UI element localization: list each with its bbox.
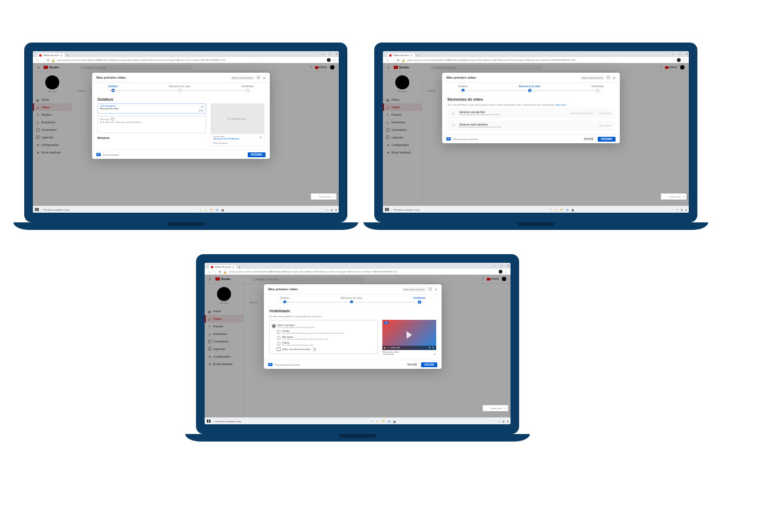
browser-tab[interactable]: Vídeos do canal ✕ xyxy=(37,53,65,57)
tray-volume-icon[interactable]: 🔈 xyxy=(331,208,333,211)
step-details[interactable]: Detalhes xyxy=(280,297,290,304)
window-maximize[interactable]: ▢ xyxy=(500,264,503,267)
mail-icon[interactable]: ✉ xyxy=(216,208,219,212)
cortana-icon[interactable]: ○ xyxy=(549,208,551,211)
help-icon[interactable]: ? xyxy=(313,348,316,351)
window-close[interactable]: ✕ xyxy=(335,53,338,55)
back-icon[interactable]: ← xyxy=(386,59,389,62)
url-text[interactable]: studio.youtube.com/channel/UCJpSx3CmMAbG… xyxy=(407,59,675,61)
tab-close-icon[interactable]: ✕ xyxy=(232,266,234,268)
tab-close-icon[interactable]: ✕ xyxy=(60,54,62,57)
chat-bar[interactable]: Exibir todos ✕ xyxy=(311,193,337,200)
tray-up-icon[interactable]: ˄ xyxy=(673,208,674,211)
tray-network-icon[interactable]: ▭ xyxy=(498,420,500,423)
video-link[interactable]: https://youtu.be/toGDcMb3hdw xyxy=(213,138,262,140)
add-cards-button[interactable]: ADICIONAR xyxy=(599,124,611,127)
tray-up-icon[interactable]: ˄ xyxy=(495,420,496,423)
start-button[interactable] xyxy=(35,208,39,212)
radio-save-publish[interactable]: Salvar ou publicar Torne o vídeo público… xyxy=(272,324,375,328)
tray-volume-icon[interactable]: 🔈 xyxy=(502,420,505,423)
chat-bar[interactable]: Exibir todos ✕ xyxy=(483,405,508,411)
learn-more-link[interactable]: Saiba mais xyxy=(556,103,567,106)
modal-close-icon[interactable]: ✕ xyxy=(435,288,437,291)
start-button[interactable] xyxy=(207,419,211,423)
chatbar-close-icon[interactable]: ✕ xyxy=(505,407,506,410)
play-icon[interactable] xyxy=(407,331,412,339)
back-icon[interactable]: ← xyxy=(36,59,39,62)
reload-icon[interactable]: ⟳ xyxy=(47,58,50,62)
modal-feedback-icon[interactable]: 💬 xyxy=(257,76,260,79)
copy-icon[interactable]: ⧉ xyxy=(260,136,262,139)
taskview-icon[interactable]: ▭ xyxy=(554,208,557,212)
fullscreen-icon[interactable]: ⛶ xyxy=(432,347,435,349)
next-button[interactable]: PRÓXIMO xyxy=(598,137,616,142)
window-close[interactable]: ✕ xyxy=(686,53,688,55)
tray-battery-icon[interactable]: ▮ xyxy=(507,420,508,423)
chatbar-close-icon[interactable]: ✕ xyxy=(683,195,684,198)
forward-icon[interactable]: → xyxy=(213,270,216,274)
forward-icon[interactable]: → xyxy=(41,59,45,62)
start-button[interactable] xyxy=(385,208,389,212)
window-minimize[interactable]: — xyxy=(672,53,674,55)
mail-icon[interactable]: ✉ xyxy=(566,208,569,212)
reload-icon[interactable]: ⟳ xyxy=(219,270,221,274)
cortana-icon[interactable]: ○ xyxy=(199,208,201,211)
back-icon[interactable]: ← xyxy=(208,270,211,274)
save-button[interactable]: SALVAR xyxy=(421,362,437,367)
description-field[interactable]: Descrição? Fale sobre seu vídeo para os … xyxy=(97,116,206,133)
step-visibility[interactable]: Visibilidade xyxy=(241,85,254,92)
step-visibility[interactable]: Visibilidade xyxy=(591,85,604,92)
new-tab-button[interactable]: + xyxy=(67,54,69,57)
radio-public[interactable]: Público Seu vídeo está disponível para t… xyxy=(277,341,375,346)
next-button[interactable]: PRÓXIMO xyxy=(248,152,265,157)
explorer-icon[interactable]: 🗀 xyxy=(382,419,385,423)
new-tab-button[interactable]: + xyxy=(239,265,241,269)
tray-network-icon[interactable]: ▭ xyxy=(326,208,328,211)
volume-icon[interactable]: 🔊 xyxy=(387,347,389,349)
modal-feedback-icon[interactable]: 💬 xyxy=(607,76,610,79)
import-from-video-button[interactable]: IMPORTAR DO VÍDEO xyxy=(570,112,592,115)
chrome-profile-avatar[interactable] xyxy=(499,270,502,274)
explorer-icon[interactable]: 🗀 xyxy=(210,208,213,211)
window-minimize[interactable]: — xyxy=(321,53,324,55)
window-maximize[interactable]: ▢ xyxy=(679,53,681,55)
chrome-profile-avatar[interactable] xyxy=(677,58,681,62)
step-elements[interactable]: Elementos do vídeo xyxy=(169,85,191,92)
back-button[interactable]: VOLTAR xyxy=(407,363,417,366)
add-end-screen-button[interactable]: ADICIONAR xyxy=(599,112,611,115)
step-details[interactable]: Detalhes xyxy=(458,85,468,92)
chrome-menu-icon[interactable]: ⋮ xyxy=(333,59,335,62)
tab-close-icon[interactable]: ✕ xyxy=(410,54,413,57)
chat-bar[interactable]: Exibir todos ✕ xyxy=(661,193,687,200)
taskview-icon[interactable]: ▭ xyxy=(204,208,207,212)
step-visibility[interactable]: Visibilidade xyxy=(413,297,425,304)
browser-tab[interactable]: Vídeos do canal ✕ xyxy=(209,265,236,269)
explorer-icon[interactable]: 🗀 xyxy=(560,208,563,211)
taskbar-search[interactable]: ⌕ Pesquisar qualquer coisa xyxy=(41,208,100,211)
window-maximize[interactable]: ▢ xyxy=(328,53,331,55)
tray-battery-icon[interactable]: ▮ xyxy=(335,208,337,211)
play-icon[interactable]: ▶ xyxy=(384,347,386,349)
modal-close-icon[interactable]: ✕ xyxy=(263,76,265,80)
video-thumbnail[interactable]: HD ▶ 🔊 0:00 / 0:24 ⚙ ⛶ xyxy=(382,320,436,350)
modal-close-icon[interactable]: ✕ xyxy=(613,76,616,80)
chrome-icon[interactable]: ◉ xyxy=(571,208,574,212)
chrome-menu-icon[interactable]: ⋮ xyxy=(505,270,507,274)
settings-icon[interactable]: ⚙ xyxy=(429,347,431,349)
radio-private[interactable]: Privado Seu vídeo está disponível apenas… xyxy=(277,330,375,334)
mail-icon[interactable]: ✉ xyxy=(388,419,390,423)
chrome-icon[interactable]: ◉ xyxy=(221,208,224,212)
cortana-icon[interactable]: ○ xyxy=(371,419,373,423)
video-controls[interactable]: ▶ 🔊 0:00 / 0:24 ⚙ ⛶ xyxy=(382,346,436,350)
reload-icon[interactable]: ⟳ xyxy=(397,58,400,62)
taskbar-search[interactable]: ⌕ Pesquisar qualquer coisa xyxy=(391,208,450,211)
modal-feedback-icon[interactable]: 💬 xyxy=(429,288,432,291)
title-field[interactable]: ✔ Título (obrigatório) Meu primeiro víde… xyxy=(97,103,206,114)
step-elements[interactable]: Elementos do vídeo xyxy=(519,85,541,92)
forward-icon[interactable]: → xyxy=(392,59,395,62)
new-tab-button[interactable]: + xyxy=(417,54,419,57)
radio-unlisted[interactable]: Não listado Seu vídeo está disponível pa… xyxy=(277,335,375,340)
back-button[interactable]: VOLTAR xyxy=(584,138,593,141)
copy-icon[interactable]: ⧉ xyxy=(434,353,436,355)
window-minimize[interactable]: — xyxy=(493,264,496,267)
